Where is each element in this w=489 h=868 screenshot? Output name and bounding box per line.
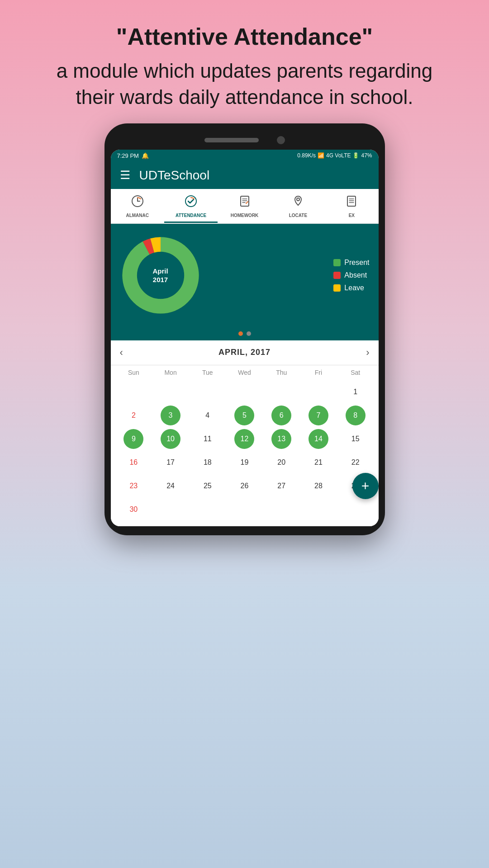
svg-point-3 <box>297 198 299 201</box>
header-thu: Thu <box>263 369 300 376</box>
page-header: "Attentive Attendance" a module which up… <box>20 0 469 123</box>
cal-day-2[interactable]: 2 <box>123 406 143 425</box>
leave-dot <box>333 284 341 292</box>
app-header: ☰ UDTeSchool <box>111 162 379 189</box>
cal-row-1: 1 <box>115 381 374 403</box>
cal-day-12[interactable]: 12 <box>234 429 254 449</box>
phone-top-bar <box>111 132 379 150</box>
cal-row-3: 9 10 11 12 13 14 15 <box>115 428 374 450</box>
cal-day-27[interactable]: 27 <box>271 476 291 496</box>
tab-attendance-label: ATTENDANCE <box>176 213 206 218</box>
header-sat: Sat <box>337 369 374 376</box>
cal-day-16[interactable]: 16 <box>123 453 143 472</box>
tab-almanac[interactable]: ALMANAC <box>111 189 164 223</box>
network: 4G VoLTE <box>326 152 351 159</box>
phone-screen: 7:29 PM 🔔 0.89K/s 📶 4G VoLTE 🔋 47% ☰ UDT… <box>111 150 379 526</box>
tab-attendance[interactable]: ATTENDANCE <box>164 189 218 223</box>
cal-row-4: 16 17 18 19 20 21 22 <box>115 451 374 474</box>
cal-day-empty <box>346 500 366 519</box>
cal-day-3[interactable]: 3 <box>161 406 180 425</box>
cal-day-13[interactable]: 13 <box>271 429 291 449</box>
calendar-header: ‹ APRIL, 2017 › <box>111 340 379 365</box>
cal-day-11[interactable]: 11 <box>198 429 218 449</box>
cal-day-empty <box>198 382 218 402</box>
cal-day-empty <box>234 500 254 519</box>
cal-day-23[interactable]: 23 <box>123 476 143 496</box>
tab-homework-label: HOMEWORK <box>231 213 259 218</box>
header-sun: Sun <box>115 369 152 376</box>
next-month-button[interactable]: › <box>366 347 369 359</box>
cal-row-2: 2 3 4 5 6 7 8 <box>115 404 374 427</box>
chart-label: April 2017 <box>152 266 168 284</box>
speaker <box>204 138 259 142</box>
calendar-title: APRIL, 2017 <box>218 348 271 357</box>
menu-icon[interactable]: ☰ <box>120 168 130 182</box>
cal-day-empty <box>271 382 291 402</box>
cal-day-empty <box>309 500 328 519</box>
cal-day-25[interactable]: 25 <box>198 476 218 496</box>
nav-tabs: ALMANAC ATTENDANCE <box>111 189 379 224</box>
legend-leave: Leave <box>333 284 369 292</box>
cal-day-8[interactable]: 8 <box>346 406 366 425</box>
status-icon: 🔔 <box>142 152 149 159</box>
cal-day-9[interactable]: 9 <box>123 429 143 449</box>
cal-row-5: 23 24 25 26 27 28 29 <box>115 475 374 497</box>
cal-day-28[interactable]: 28 <box>309 476 328 496</box>
legend-present: Present <box>333 259 369 267</box>
day-headers: Sun Mon Tue Wed Thu Fri Sat <box>115 365 374 380</box>
tab-almanac-label: ALMANAC <box>126 213 149 218</box>
cal-day-10[interactable]: 10 <box>161 429 180 449</box>
carousel-dots <box>111 327 379 340</box>
page-wrapper: "Attentive Attendance" a module which up… <box>0 0 489 868</box>
cal-day-empty <box>271 500 291 519</box>
ex-icon <box>345 194 358 211</box>
cal-day-empty <box>161 500 180 519</box>
cal-day-empty <box>161 382 180 402</box>
tab-homework[interactable]: HOMEWORK <box>218 189 271 223</box>
calendar-section: ‹ APRIL, 2017 › Sun Mon Tue Wed Thu Fri … <box>111 340 379 526</box>
tab-ex-label: EX <box>349 213 355 218</box>
battery-icon: 🔋 <box>352 152 359 159</box>
absent-dot <box>333 272 341 279</box>
legend-absent: Absent <box>333 271 369 279</box>
tab-ex[interactable]: EX <box>325 189 378 223</box>
cal-day-22[interactable]: 22 <box>346 453 366 472</box>
svg-rect-2 <box>241 196 249 206</box>
cal-day-17[interactable]: 17 <box>161 453 180 472</box>
cal-day-7[interactable]: 7 <box>309 406 328 425</box>
battery: 47% <box>361 152 372 159</box>
cal-day-15[interactable]: 15 <box>346 429 366 449</box>
locate-icon <box>291 194 305 211</box>
cal-day-26[interactable]: 26 <box>234 476 254 496</box>
present-label: Present <box>344 259 369 267</box>
cal-day-19[interactable]: 19 <box>234 453 254 472</box>
prev-month-button[interactable]: ‹ <box>120 347 123 359</box>
dot-1 <box>238 331 243 336</box>
cal-day-1[interactable]: 1 <box>346 382 366 402</box>
cal-day-empty <box>198 500 218 519</box>
cal-day-6[interactable]: 6 <box>271 406 291 425</box>
homework-icon <box>238 194 252 211</box>
fab-button[interactable]: + <box>352 473 379 499</box>
tab-locate-label: LOCATE <box>289 213 307 218</box>
cal-day-18[interactable]: 18 <box>198 453 218 472</box>
tab-locate[interactable]: LOCATE <box>271 189 325 223</box>
subheadline: a module which updates parents regarding… <box>57 58 433 109</box>
calendar-grid: Sun Mon Tue Wed Thu Fri Sat <box>111 365 379 526</box>
cal-day-20[interactable]: 20 <box>271 453 291 472</box>
time: 7:29 PM <box>117 152 139 159</box>
leave-label: Leave <box>344 284 364 292</box>
cal-day-5[interactable]: 5 <box>234 406 254 425</box>
dot-2 <box>247 331 251 336</box>
speed: 0.89K/s <box>297 152 316 159</box>
cal-day-14[interactable]: 14 <box>309 429 328 449</box>
phone-device: 7:29 PM 🔔 0.89K/s 📶 4G VoLTE 🔋 47% ☰ UDT… <box>104 123 385 535</box>
cal-day-21[interactable]: 21 <box>309 453 328 472</box>
donut-chart: April 2017 <box>120 235 201 316</box>
camera <box>277 136 285 144</box>
cal-day-24[interactable]: 24 <box>161 476 180 496</box>
cal-day-30[interactable]: 30 <box>123 500 143 519</box>
headline: "Attentive Attendance" <box>57 23 433 51</box>
cal-day-4[interactable]: 4 <box>198 406 218 425</box>
svg-rect-4 <box>347 196 356 206</box>
